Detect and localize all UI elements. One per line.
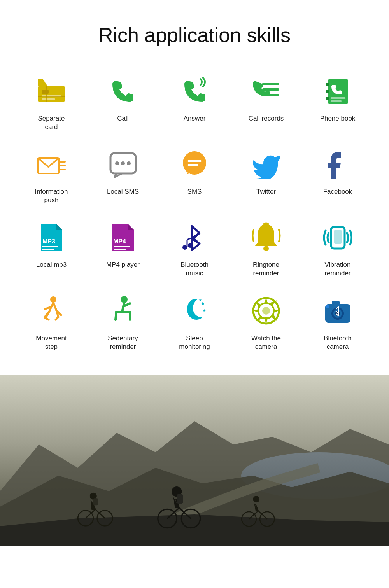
icons-grid: Separatecard Call: [8, 66, 381, 359]
svg-rect-16: [326, 90, 329, 93]
icon-ringtone-reminder: Ringtonereminder: [230, 212, 302, 285]
separate-card-icon: [34, 74, 69, 109]
local-mp3-icon: MP3: [34, 220, 69, 255]
icon-call: Call: [87, 66, 159, 139]
page-title: Rich application skills: [8, 23, 381, 47]
icon-mp4-player: MP4 MP4 player: [87, 212, 159, 285]
local-mp3-label: Local mp3: [36, 261, 67, 269]
sedentary-reminder-label: Sedentaryreminder: [108, 334, 138, 351]
icon-twitter: Twitter: [230, 139, 302, 212]
svg-point-82: [253, 496, 259, 502]
icon-local-sms: Local SMS: [87, 139, 159, 212]
mp4-player-icon: MP4: [105, 220, 140, 255]
svg-text:★: ★: [198, 298, 202, 302]
svg-rect-15: [326, 83, 329, 86]
sedentary-reminder-icon: [105, 294, 140, 329]
icon-local-mp3: MP3 Local mp3: [16, 212, 87, 285]
separate-card-label: Separatecard: [38, 114, 65, 131]
svg-rect-4: [42, 98, 55, 100]
svg-point-38: [188, 243, 193, 248]
svg-rect-44: [334, 230, 342, 244]
icon-bluetooth-music: Bluetoothmusic: [159, 212, 230, 285]
phone-book-label: Phone book: [320, 114, 356, 123]
watch-camera-icon: [249, 294, 284, 329]
call-label: Call: [117, 114, 128, 123]
local-sms-icon: [105, 147, 140, 182]
movement-step-icon: [34, 294, 69, 329]
svg-point-24: [121, 161, 125, 165]
local-sms-label: Local SMS: [107, 187, 139, 196]
icon-facebook: Facebook: [302, 139, 373, 212]
svg-text:MP3: MP3: [42, 238, 55, 245]
top-section: Rich application skills: [0, 0, 389, 374]
ringtone-reminder-label: Ringtonereminder: [253, 261, 279, 278]
svg-text:MP4: MP4: [113, 238, 126, 245]
svg-rect-68: [93, 498, 98, 505]
svg-text:★: ★: [203, 308, 206, 313]
call-icon: [105, 74, 140, 109]
icon-phone-book: Phone book: [302, 66, 373, 139]
watch-camera-label: Watch thecamera: [251, 334, 281, 351]
sms-icon: [177, 147, 212, 182]
facebook-label: Facebook: [323, 187, 352, 196]
svg-rect-76: [177, 494, 183, 504]
svg-point-37: [182, 245, 187, 250]
svg-rect-57: [332, 301, 340, 305]
page-wrapper: Rich application skills: [0, 0, 389, 588]
call-records-label: Call records: [249, 114, 284, 123]
call-records-icon: [249, 74, 284, 109]
answer-icon: [177, 74, 212, 109]
icon-watch-camera: Watch thecamera: [230, 286, 302, 359]
background-photo: [0, 374, 389, 546]
svg-marker-1: [38, 79, 47, 86]
info-push-icon: [34, 147, 69, 182]
twitter-icon: [249, 147, 284, 182]
bluetooth-music-label: Bluetoothmusic: [180, 261, 209, 278]
bluetooth-camera-icon: [320, 294, 355, 329]
facebook-icon: [320, 147, 355, 182]
icon-vibration-reminder: Vibrationreminder: [302, 212, 373, 285]
svg-rect-58: [326, 305, 329, 308]
mp4-player-label: MP4 player: [106, 261, 140, 269]
svg-point-25: [127, 161, 131, 165]
icon-sedentary-reminder: Sedentaryreminder: [87, 286, 159, 359]
svg-rect-17: [326, 97, 329, 100]
icon-call-records: Call records: [230, 66, 302, 139]
vibration-reminder-icon: [320, 220, 355, 255]
svg-point-42: [263, 246, 269, 251]
movement-step-label: Movementstep: [36, 334, 67, 351]
bluetooth-camera-label: Bluetoothcamera: [324, 334, 352, 351]
icon-answer: Answer: [159, 66, 230, 139]
icon-bluetooth-camera: Bluetoothcamera: [302, 286, 373, 359]
sms-label: SMS: [187, 187, 202, 196]
icon-sleep-monitoring: ★ ★ ★ Sleepmonitoring: [159, 286, 230, 359]
bluetooth-music-icon: [177, 220, 212, 255]
icon-info-push: Informationpush: [16, 139, 87, 212]
sleep-monitoring-icon: ★ ★ ★: [177, 294, 212, 329]
icon-separate-card: Separatecard: [16, 66, 87, 139]
sleep-monitoring-label: Sleepmonitoring: [179, 334, 210, 351]
phone-book-icon: [320, 74, 355, 109]
icon-sms: SMS: [159, 139, 230, 212]
icon-movement-step: Movementstep: [16, 286, 87, 359]
svg-point-52: [262, 307, 270, 315]
info-push-label: Informationpush: [35, 187, 68, 205]
ringtone-reminder-icon: [249, 220, 284, 255]
answer-label: Answer: [184, 114, 206, 123]
vibration-reminder-label: Vibrationreminder: [324, 261, 350, 278]
svg-point-23: [115, 161, 119, 165]
twitter-label: Twitter: [256, 187, 276, 196]
